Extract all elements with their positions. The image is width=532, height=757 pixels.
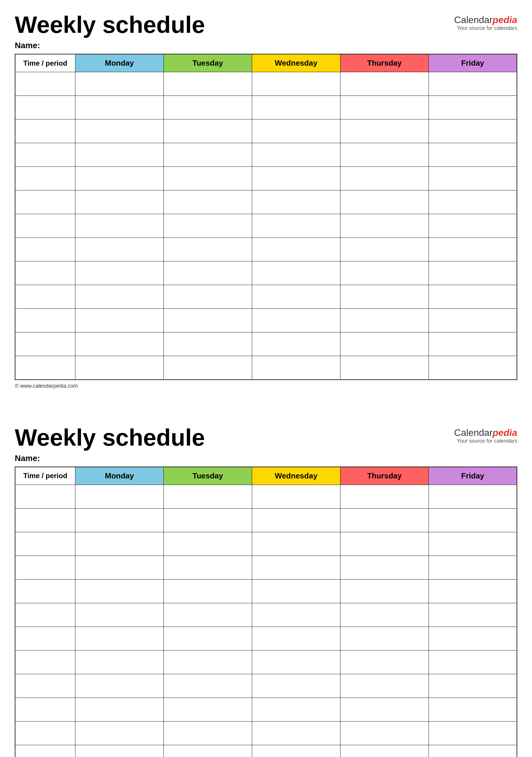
cell-time[interactable] (15, 191, 75, 214)
cell-time[interactable] (15, 356, 75, 380)
cell-friday[interactable] (429, 214, 517, 238)
cell-tuesday[interactable] (164, 485, 252, 508)
cell-thursday[interactable] (340, 556, 429, 579)
cell-monday[interactable] (75, 72, 164, 96)
cell-friday[interactable] (429, 356, 517, 380)
cell-monday[interactable] (75, 745, 164, 757)
cell-friday[interactable] (429, 261, 517, 285)
cell-tuesday[interactable] (164, 356, 252, 380)
cell-wednesday[interactable] (252, 650, 340, 674)
cell-thursday[interactable] (340, 214, 429, 238)
cell-wednesday[interactable] (252, 238, 340, 261)
cell-thursday[interactable] (340, 143, 429, 167)
cell-tuesday[interactable] (164, 261, 252, 285)
cell-monday[interactable] (75, 603, 164, 626)
cell-tuesday[interactable] (164, 96, 252, 119)
cell-friday[interactable] (429, 674, 517, 698)
cell-time[interactable] (15, 698, 75, 721)
cell-thursday[interactable] (340, 356, 429, 380)
cell-thursday[interactable] (340, 745, 429, 757)
cell-friday[interactable] (429, 332, 517, 356)
cell-wednesday[interactable] (252, 143, 340, 167)
cell-monday[interactable] (75, 309, 164, 332)
cell-monday[interactable] (75, 167, 164, 191)
cell-thursday[interactable] (340, 485, 429, 508)
cell-time[interactable] (15, 214, 75, 238)
cell-thursday[interactable] (340, 191, 429, 214)
cell-tuesday[interactable] (164, 238, 252, 261)
cell-monday[interactable] (75, 721, 164, 745)
cell-time[interactable] (15, 626, 75, 650)
cell-tuesday[interactable] (164, 698, 252, 721)
cell-friday[interactable] (429, 72, 517, 96)
cell-time[interactable] (15, 119, 75, 143)
cell-monday[interactable] (75, 119, 164, 143)
cell-monday[interactable] (75, 96, 164, 119)
cell-tuesday[interactable] (164, 309, 252, 332)
cell-thursday[interactable] (340, 532, 429, 556)
cell-wednesday[interactable] (252, 332, 340, 356)
cell-time[interactable] (15, 603, 75, 626)
cell-monday[interactable] (75, 626, 164, 650)
cell-monday[interactable] (75, 238, 164, 261)
cell-tuesday[interactable] (164, 72, 252, 96)
cell-time[interactable] (15, 72, 75, 96)
cell-tuesday[interactable] (164, 285, 252, 309)
cell-time[interactable] (15, 532, 75, 556)
cell-wednesday[interactable] (252, 745, 340, 757)
cell-time[interactable] (15, 745, 75, 757)
cell-thursday[interactable] (340, 167, 429, 191)
cell-wednesday[interactable] (252, 603, 340, 626)
cell-time[interactable] (15, 96, 75, 119)
cell-wednesday[interactable] (252, 261, 340, 285)
cell-friday[interactable] (429, 191, 517, 214)
cell-tuesday[interactable] (164, 721, 252, 745)
cell-friday[interactable] (429, 119, 517, 143)
cell-thursday[interactable] (340, 674, 429, 698)
cell-time[interactable] (15, 579, 75, 603)
cell-tuesday[interactable] (164, 143, 252, 167)
cell-tuesday[interactable] (164, 332, 252, 356)
cell-time[interactable] (15, 650, 75, 674)
cell-time[interactable] (15, 167, 75, 191)
cell-friday[interactable] (429, 532, 517, 556)
cell-thursday[interactable] (340, 238, 429, 261)
cell-wednesday[interactable] (252, 72, 340, 96)
cell-time[interactable] (15, 508, 75, 532)
cell-friday[interactable] (429, 556, 517, 579)
cell-tuesday[interactable] (164, 603, 252, 626)
cell-monday[interactable] (75, 214, 164, 238)
cell-thursday[interactable] (340, 579, 429, 603)
cell-friday[interactable] (429, 285, 517, 309)
cell-thursday[interactable] (340, 603, 429, 626)
cell-monday[interactable] (75, 650, 164, 674)
cell-time[interactable] (15, 238, 75, 261)
cell-monday[interactable] (75, 356, 164, 380)
cell-friday[interactable] (429, 745, 517, 757)
cell-friday[interactable] (429, 309, 517, 332)
cell-time[interactable] (15, 721, 75, 745)
cell-friday[interactable] (429, 96, 517, 119)
cell-tuesday[interactable] (164, 579, 252, 603)
cell-thursday[interactable] (340, 650, 429, 674)
cell-monday[interactable] (75, 556, 164, 579)
cell-friday[interactable] (429, 698, 517, 721)
cell-time[interactable] (15, 309, 75, 332)
cell-wednesday[interactable] (252, 674, 340, 698)
cell-tuesday[interactable] (164, 214, 252, 238)
cell-thursday[interactable] (340, 698, 429, 721)
cell-wednesday[interactable] (252, 356, 340, 380)
cell-thursday[interactable] (340, 309, 429, 332)
cell-monday[interactable] (75, 508, 164, 532)
cell-tuesday[interactable] (164, 508, 252, 532)
cell-time[interactable] (15, 285, 75, 309)
cell-tuesday[interactable] (164, 532, 252, 556)
cell-friday[interactable] (429, 650, 517, 674)
cell-monday[interactable] (75, 698, 164, 721)
cell-thursday[interactable] (340, 72, 429, 96)
cell-wednesday[interactable] (252, 532, 340, 556)
cell-monday[interactable] (75, 332, 164, 356)
cell-wednesday[interactable] (252, 556, 340, 579)
cell-time[interactable] (15, 261, 75, 285)
cell-wednesday[interactable] (252, 96, 340, 119)
